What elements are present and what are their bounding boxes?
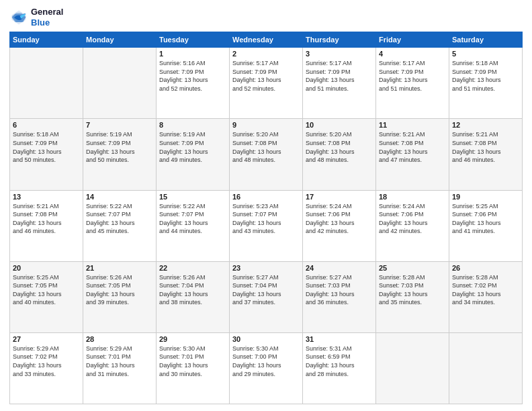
day-number: 4 — [379, 50, 446, 58]
calendar-cell: 3Sunrise: 5:17 AM Sunset: 7:09 PM Daylig… — [303, 48, 376, 119]
day-info: Sunrise: 5:29 AM Sunset: 7:02 PM Dayligh… — [13, 345, 80, 378]
day-info: Sunrise: 5:21 AM Sunset: 7:08 PM Dayligh… — [379, 130, 446, 164]
day-info: Sunrise: 5:28 AM Sunset: 7:02 PM Dayligh… — [452, 273, 519, 307]
calendar-cell: 1Sunrise: 5:16 AM Sunset: 7:09 PM Daylig… — [157, 48, 230, 119]
day-info: Sunrise: 5:23 AM Sunset: 7:07 PM Dayligh… — [232, 202, 300, 236]
calendar-cell: 20Sunrise: 5:25 AM Sunset: 7:05 PM Dayli… — [10, 261, 83, 332]
day-number: 13 — [13, 193, 80, 201]
calendar-cell: 23Sunrise: 5:27 AM Sunset: 7:04 PM Dayli… — [230, 261, 303, 332]
calendar-cell: 17Sunrise: 5:24 AM Sunset: 7:06 PM Dayli… — [303, 190, 376, 261]
weekday-header-thursday: Thursday — [303, 32, 376, 48]
calendar-cell: 10Sunrise: 5:20 AM Sunset: 7:08 PM Dayli… — [303, 119, 376, 190]
day-number: 18 — [379, 193, 446, 201]
calendar-week-1: 1Sunrise: 5:16 AM Sunset: 7:09 PM Daylig… — [10, 48, 523, 119]
day-info: Sunrise: 5:26 AM Sunset: 7:04 PM Dayligh… — [159, 273, 226, 307]
day-info: Sunrise: 5:25 AM Sunset: 7:06 PM Dayligh… — [452, 202, 519, 236]
weekday-header-friday: Friday — [376, 32, 449, 48]
calendar-cell: 19Sunrise: 5:25 AM Sunset: 7:06 PM Dayli… — [449, 190, 523, 261]
day-info: Sunrise: 5:18 AM Sunset: 7:09 PM Dayligh… — [13, 130, 80, 164]
day-info: Sunrise: 5:27 AM Sunset: 7:03 PM Dayligh… — [306, 273, 373, 307]
day-number: 30 — [232, 335, 300, 343]
logo-icon — [9, 8, 28, 27]
calendar-table: SundayMondayTuesdayWednesdayThursdayFrid… — [9, 32, 523, 404]
calendar-cell: 11Sunrise: 5:21 AM Sunset: 7:08 PM Dayli… — [376, 119, 449, 190]
day-number: 2 — [232, 50, 300, 58]
calendar-cell: 13Sunrise: 5:21 AM Sunset: 7:08 PM Dayli… — [10, 190, 83, 261]
calendar-cell: 27Sunrise: 5:29 AM Sunset: 7:02 PM Dayli… — [10, 332, 83, 404]
day-number: 23 — [232, 264, 300, 272]
day-info: Sunrise: 5:21 AM Sunset: 7:08 PM Dayligh… — [13, 202, 80, 236]
calendar-cell: 12Sunrise: 5:21 AM Sunset: 7:08 PM Dayli… — [449, 119, 523, 190]
day-info: Sunrise: 5:24 AM Sunset: 7:06 PM Dayligh… — [379, 202, 446, 236]
calendar-cell: 9Sunrise: 5:20 AM Sunset: 7:08 PM Daylig… — [230, 119, 303, 190]
day-info: Sunrise: 5:16 AM Sunset: 7:09 PM Dayligh… — [159, 59, 226, 93]
calendar-week-5: 27Sunrise: 5:29 AM Sunset: 7:02 PM Dayli… — [10, 332, 523, 404]
logo: General Blue — [9, 7, 63, 28]
day-info: Sunrise: 5:18 AM Sunset: 7:09 PM Dayligh… — [452, 59, 519, 93]
day-number: 29 — [159, 335, 226, 343]
day-info: Sunrise: 5:21 AM Sunset: 7:08 PM Dayligh… — [452, 130, 519, 164]
calendar-cell: 4Sunrise: 5:17 AM Sunset: 7:09 PM Daylig… — [376, 48, 449, 119]
day-number: 31 — [306, 335, 373, 343]
calendar-week-3: 13Sunrise: 5:21 AM Sunset: 7:08 PM Dayli… — [10, 190, 523, 261]
day-number: 12 — [452, 121, 519, 129]
day-info: Sunrise: 5:19 AM Sunset: 7:09 PM Dayligh… — [86, 130, 153, 164]
day-number: 8 — [159, 121, 226, 129]
day-number: 20 — [13, 264, 80, 272]
logo-blue: Blue — [31, 17, 63, 28]
day-number: 1 — [159, 50, 226, 58]
day-number: 15 — [159, 193, 226, 201]
day-info: Sunrise: 5:17 AM Sunset: 7:09 PM Dayligh… — [232, 59, 300, 93]
day-number: 7 — [86, 121, 153, 129]
weekday-header-tuesday: Tuesday — [157, 32, 230, 48]
day-info: Sunrise: 5:20 AM Sunset: 7:08 PM Dayligh… — [306, 130, 373, 164]
day-number: 16 — [232, 193, 300, 201]
day-number: 5 — [452, 50, 519, 58]
calendar-cell: 5Sunrise: 5:18 AM Sunset: 7:09 PM Daylig… — [449, 48, 523, 119]
day-number: 9 — [232, 121, 300, 129]
calendar-cell — [449, 332, 523, 404]
day-info: Sunrise: 5:30 AM Sunset: 7:00 PM Dayligh… — [232, 345, 300, 378]
calendar-week-4: 20Sunrise: 5:25 AM Sunset: 7:05 PM Dayli… — [10, 261, 523, 332]
day-number: 21 — [86, 264, 153, 272]
logo-text: General Blue — [31, 7, 63, 28]
calendar-cell: 28Sunrise: 5:29 AM Sunset: 7:01 PM Dayli… — [83, 332, 157, 404]
weekday-header-monday: Monday — [83, 32, 157, 48]
day-info: Sunrise: 5:22 AM Sunset: 7:07 PM Dayligh… — [86, 202, 153, 236]
day-info: Sunrise: 5:19 AM Sunset: 7:09 PM Dayligh… — [159, 130, 226, 164]
day-number: 17 — [306, 193, 373, 201]
page: General Blue SundayMondayTuesdayWednesda… — [0, 0, 532, 411]
calendar-cell: 8Sunrise: 5:19 AM Sunset: 7:09 PM Daylig… — [157, 119, 230, 190]
day-number: 19 — [452, 193, 519, 201]
calendar-cell: 29Sunrise: 5:30 AM Sunset: 7:01 PM Dayli… — [157, 332, 230, 404]
calendar-cell — [10, 48, 83, 119]
calendar-cell: 22Sunrise: 5:26 AM Sunset: 7:04 PM Dayli… — [157, 261, 230, 332]
day-number: 6 — [13, 121, 80, 129]
day-info: Sunrise: 5:30 AM Sunset: 7:01 PM Dayligh… — [159, 345, 226, 378]
day-number: 22 — [159, 264, 226, 272]
day-number: 3 — [306, 50, 373, 58]
calendar-cell — [83, 48, 157, 119]
weekday-header-row: SundayMondayTuesdayWednesdayThursdayFrid… — [10, 32, 523, 48]
calendar-cell: 14Sunrise: 5:22 AM Sunset: 7:07 PM Dayli… — [83, 190, 157, 261]
calendar-cell — [376, 332, 449, 404]
day-info: Sunrise: 5:28 AM Sunset: 7:03 PM Dayligh… — [379, 273, 446, 307]
calendar-cell: 31Sunrise: 5:31 AM Sunset: 6:59 PM Dayli… — [303, 332, 376, 404]
calendar-cell: 18Sunrise: 5:24 AM Sunset: 7:06 PM Dayli… — [376, 190, 449, 261]
day-info: Sunrise: 5:29 AM Sunset: 7:01 PM Dayligh… — [86, 345, 153, 378]
day-number: 24 — [306, 264, 373, 272]
day-info: Sunrise: 5:17 AM Sunset: 7:09 PM Dayligh… — [306, 59, 373, 93]
weekday-header-saturday: Saturday — [449, 32, 523, 48]
day-number: 28 — [86, 335, 153, 343]
weekday-header-sunday: Sunday — [10, 32, 83, 48]
day-number: 26 — [452, 264, 519, 272]
calendar-cell: 21Sunrise: 5:26 AM Sunset: 7:05 PM Dayli… — [83, 261, 157, 332]
day-number: 14 — [86, 193, 153, 201]
calendar-cell: 26Sunrise: 5:28 AM Sunset: 7:02 PM Dayli… — [449, 261, 523, 332]
day-number: 11 — [379, 121, 446, 129]
day-number: 27 — [13, 335, 80, 343]
day-number: 10 — [306, 121, 373, 129]
calendar-cell: 2Sunrise: 5:17 AM Sunset: 7:09 PM Daylig… — [230, 48, 303, 119]
day-number: 25 — [379, 264, 446, 272]
day-info: Sunrise: 5:25 AM Sunset: 7:05 PM Dayligh… — [13, 273, 80, 307]
